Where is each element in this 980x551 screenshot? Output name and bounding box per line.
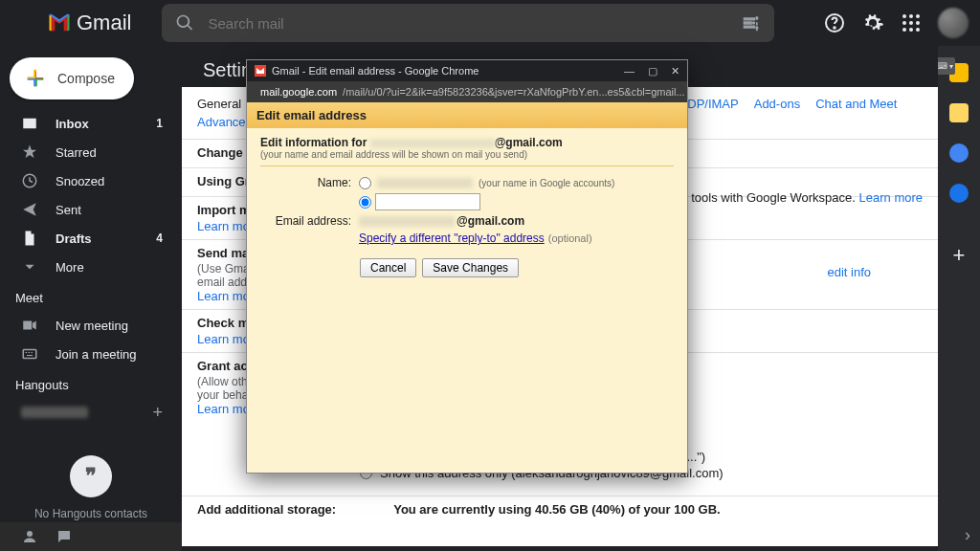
- search-icon: [175, 13, 194, 33]
- gear-icon[interactable]: [861, 11, 884, 34]
- apps-icon[interactable]: [900, 11, 923, 34]
- popup-heading: Edit email address: [247, 102, 687, 128]
- meet-header: Meet: [0, 281, 182, 311]
- edit-info-for: Edit information for @gmail.com: [260, 136, 674, 149]
- popup-body: Edit information for @gmail.com (your na…: [247, 128, 687, 473]
- name-radio-google[interactable]: [359, 177, 371, 189]
- svg-point-1: [752, 21, 755, 24]
- popup-address-bar[interactable]: mail.google.com/mail/u/0/?ui=2&ik=a9f582…: [247, 81, 687, 102]
- collapse-panel-icon[interactable]: ›: [965, 525, 970, 545]
- hangouts-header: Hangouts: [0, 368, 182, 398]
- join-meeting[interactable]: Join a meeting: [0, 340, 182, 368]
- side-panel: +: [938, 46, 980, 551]
- gmail-favicon: [255, 65, 266, 77]
- name-row: Name: (your name in Google accounts): [260, 176, 674, 189]
- svg-point-9: [909, 21, 913, 25]
- cancel-button[interactable]: Cancel: [360, 258, 416, 277]
- reply-to-row: Specify a different "reply-to" address (…: [359, 231, 674, 245]
- search-input[interactable]: [208, 15, 728, 32]
- save-button[interactable]: Save Changes: [422, 258, 519, 277]
- sidebar: Compose Inbox1 Starred Snoozed Sent Draf…: [0, 46, 182, 551]
- svg-point-7: [916, 14, 920, 18]
- sidebar-item-sent[interactable]: Sent: [0, 195, 182, 224]
- svg-point-8: [902, 21, 906, 25]
- svg-point-5: [902, 14, 906, 18]
- help-icon[interactable]: [823, 11, 846, 34]
- sidebar-item-more[interactable]: More: [0, 253, 182, 281]
- clock-icon: [21, 172, 38, 189]
- plus-icon: [25, 68, 46, 89]
- tab-general[interactable]: General: [197, 97, 241, 111]
- window-maximize-icon[interactable]: ▢: [648, 65, 657, 77]
- popup-titlebar[interactable]: Gmail - Edit email address - Google Chro…: [247, 60, 687, 81]
- search-options-icon[interactable]: [742, 13, 761, 33]
- chat-bubble-icon[interactable]: [56, 528, 73, 545]
- window-close-icon[interactable]: ✕: [671, 65, 679, 77]
- tasks-app-icon[interactable]: [949, 143, 969, 163]
- email-row: Email address: @gmail.com: [260, 214, 674, 228]
- sidebar-item-starred[interactable]: Starred: [0, 138, 182, 166]
- svg-point-11: [902, 28, 906, 32]
- person-icon[interactable]: [21, 528, 38, 545]
- product-name: Gmail: [77, 11, 131, 35]
- new-meeting[interactable]: New meeting: [0, 311, 182, 340]
- edit-hint: (your name and email address will be sho…: [260, 149, 674, 160]
- account-avatar[interactable]: [938, 8, 969, 38]
- svg-point-10: [916, 21, 920, 25]
- send-icon: [21, 201, 38, 218]
- tab-addons[interactable]: Add-ons: [754, 97, 800, 111]
- window-minimize-icon[interactable]: —: [624, 65, 635, 77]
- hangouts-self[interactable]: +: [0, 398, 182, 427]
- sidebar-item-snoozed[interactable]: Snoozed: [0, 166, 182, 195]
- svg-point-2: [756, 26, 759, 29]
- popup-buttons: Cancel Save Changes: [360, 258, 674, 277]
- contacts-app-icon[interactable]: [949, 184, 969, 203]
- sidebar-footer: [0, 522, 182, 551]
- tab-chat-meet[interactable]: Chat and Meet: [815, 97, 897, 111]
- chevron-down-icon: [21, 258, 38, 276]
- name-input[interactable]: [375, 193, 480, 210]
- inbox-icon: [21, 115, 38, 132]
- name-custom-row: [359, 193, 674, 210]
- compose-button[interactable]: Compose: [10, 57, 134, 99]
- svg-rect-15: [23, 350, 36, 359]
- compose-label: Compose: [57, 71, 115, 86]
- file-icon: [21, 230, 38, 247]
- header-actions: [823, 8, 969, 38]
- tab-advanced[interactable]: Advanced: [197, 115, 253, 129]
- setting-storage: Add additional storage: You are currentl…: [182, 496, 938, 524]
- keep-app-icon[interactable]: [949, 103, 969, 122]
- svg-point-6: [909, 14, 913, 18]
- sidebar-item-inbox[interactable]: Inbox1: [0, 109, 182, 138]
- learn-more-link[interactable]: Learn more: [859, 190, 923, 205]
- camera-icon: [21, 317, 38, 334]
- svg-point-0: [756, 16, 759, 19]
- app-header: Gmail: [0, 0, 980, 46]
- edit-info-link[interactable]: edit info: [827, 265, 871, 279]
- add-app-icon[interactable]: +: [953, 243, 966, 268]
- star-icon: [21, 143, 38, 161]
- keyboard-icon: [21, 345, 38, 363]
- svg-point-13: [916, 28, 920, 32]
- svg-point-4: [834, 27, 835, 29]
- hangouts-icon: ❞: [70, 455, 112, 497]
- reply-to-link[interactable]: Specify a different "reply-to" address: [359, 231, 545, 245]
- search-bar[interactable]: [162, 4, 774, 42]
- gmail-logo[interactable]: Gmail: [46, 10, 131, 36]
- name-radio-custom[interactable]: [359, 196, 371, 209]
- svg-point-16: [27, 531, 33, 537]
- menu-icon[interactable]: [11, 11, 34, 34]
- edit-email-popup: Gmail - Edit email address - Google Chro…: [246, 59, 688, 474]
- sidebar-item-drafts[interactable]: Drafts4: [0, 224, 182, 253]
- tab-pop-imap[interactable]: DP/IMAP: [687, 97, 738, 111]
- svg-point-12: [909, 28, 913, 32]
